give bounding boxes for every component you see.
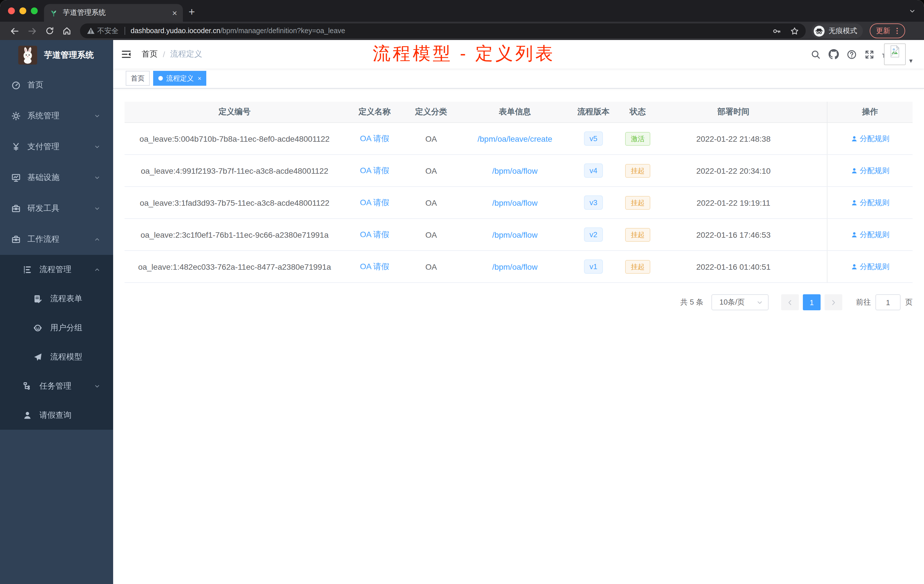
cell-status: 挂起 bbox=[615, 155, 660, 186]
sidebar-item-系统管理[interactable]: 系统管理 bbox=[0, 101, 113, 132]
sidebar-item-label: 任务管理 bbox=[40, 381, 71, 391]
cell-category: OA bbox=[404, 123, 458, 154]
close-window-button[interactable] bbox=[8, 7, 15, 14]
security-label[interactable]: 不安全 bbox=[97, 26, 119, 36]
macos-traffic-lights[interactable] bbox=[8, 7, 38, 14]
sidebar-item-请假查询[interactable]: 请假查询 bbox=[0, 401, 113, 430]
assign-rule-button[interactable]: 分配规则 bbox=[851, 165, 889, 176]
sidebar-logo[interactable]: 芋道管理系统 bbox=[0, 40, 113, 70]
reload-icon[interactable] bbox=[45, 26, 54, 35]
cell-version: v4 bbox=[572, 155, 615, 186]
sidebar-item-支付管理[interactable]: 支付管理 bbox=[0, 132, 113, 162]
sidebar-item-label: 流程管理 bbox=[40, 264, 71, 275]
sidebar-item-研发工具[interactable]: 研发工具 bbox=[0, 193, 113, 224]
sidebar-item-任务管理[interactable]: 任务管理 bbox=[0, 371, 113, 401]
logo-rabbit-image bbox=[18, 45, 37, 64]
breadcrumb-current: 流程定义 bbox=[170, 49, 202, 59]
tab-close-icon[interactable]: × bbox=[172, 8, 177, 17]
status-badge: 激活 bbox=[625, 132, 650, 145]
sidebar-item-流程模型[interactable]: 流程模型 bbox=[0, 342, 113, 371]
assign-rule-button[interactable]: 分配规则 bbox=[851, 134, 889, 144]
tag-首页[interactable]: 首页 bbox=[126, 71, 150, 86]
cell-deploy_time: 2022-01-22 20:34:10 bbox=[660, 155, 806, 186]
goto-page-input[interactable] bbox=[875, 294, 901, 310]
fullscreen-icon[interactable] bbox=[864, 49, 874, 59]
sidebar-item-首页[interactable]: 首页 bbox=[0, 70, 113, 101]
form-icon bbox=[33, 294, 42, 303]
column-header-version: 流程版本 bbox=[572, 102, 615, 122]
browser-update-button[interactable]: 更新 bbox=[870, 23, 905, 38]
assign-rule-button[interactable]: 分配规则 bbox=[851, 261, 889, 272]
status-badge: 挂起 bbox=[625, 196, 650, 210]
bookmark-star-icon[interactable] bbox=[790, 26, 799, 35]
home-icon[interactable] bbox=[62, 26, 71, 35]
definition-name-link[interactable]: OA 请假 bbox=[360, 198, 389, 208]
definition-name-link[interactable]: OA 请假 bbox=[360, 134, 389, 144]
sidebar-item-基础设施[interactable]: 基础设施 bbox=[0, 162, 113, 193]
breadcrumb-separator: / bbox=[163, 50, 165, 59]
cell-deploy_time: 2022-01-16 01:40:51 bbox=[660, 251, 806, 282]
tag-流程定义[interactable]: 流程定义× bbox=[153, 71, 206, 86]
forward-icon[interactable] bbox=[27, 26, 37, 36]
sidebar-item-用户分组[interactable]: 用户分组 bbox=[0, 313, 113, 342]
header-spacer bbox=[806, 102, 827, 122]
form-link[interactable]: /bpm/oa/flow bbox=[492, 198, 538, 207]
form-link[interactable]: /bpm/oa/leave/create bbox=[477, 134, 552, 143]
cell-name: OA 请假 bbox=[345, 123, 404, 154]
cell-id: oa_leave:5:004b710b-7b8a-11ec-8ef0-acde4… bbox=[125, 123, 345, 154]
form-link[interactable]: /bpm/oa/flow bbox=[492, 262, 538, 271]
cell-spacer bbox=[806, 187, 827, 218]
github-icon[interactable] bbox=[828, 49, 838, 59]
maximize-window-button[interactable] bbox=[31, 7, 38, 14]
assign-rule-button[interactable]: 分配规则 bbox=[851, 229, 889, 240]
cell-action: 分配规则 bbox=[827, 251, 912, 282]
cell-name: OA 请假 bbox=[345, 187, 404, 218]
sidebar-item-label: 用户分组 bbox=[50, 323, 82, 333]
sidebar-item-流程表单[interactable]: 流程表单 bbox=[0, 284, 113, 313]
sidebar-item-label: 系统管理 bbox=[27, 111, 59, 121]
browser-tab[interactable]: 芋道管理系统 × bbox=[44, 4, 183, 22]
page-number-button[interactable]: 1 bbox=[803, 294, 820, 310]
security-warning-icon[interactable] bbox=[87, 27, 95, 35]
sidebar-item-label: 支付管理 bbox=[27, 142, 59, 152]
tab-search-chevron-icon[interactable] bbox=[909, 7, 916, 15]
password-key-icon[interactable] bbox=[772, 26, 781, 35]
cell-form: /bpm/oa/flow bbox=[458, 219, 572, 250]
sidebar-item-label: 流程模型 bbox=[50, 352, 82, 362]
chevron-down-icon bbox=[94, 205, 101, 212]
version-badge: v4 bbox=[584, 163, 603, 178]
breadcrumb-home[interactable]: 首页 bbox=[142, 49, 158, 59]
menu-dots-icon[interactable] bbox=[893, 27, 901, 35]
url-text[interactable]: dashboard.yudao.iocoder.cn/bpm/manager/d… bbox=[130, 27, 767, 35]
toolbox-icon bbox=[12, 204, 21, 213]
assign-rule-button[interactable]: 分配规则 bbox=[851, 198, 889, 208]
dashboard-icon bbox=[12, 81, 21, 90]
help-icon[interactable] bbox=[846, 49, 856, 59]
minimize-window-button[interactable] bbox=[20, 7, 26, 14]
table-row: oa_leave:3:1fad3d93-7b75-11ec-a3c8-acde4… bbox=[125, 187, 912, 219]
tag-close-icon[interactable]: × bbox=[198, 75, 201, 81]
sidebar-item-流程管理[interactable]: 流程管理 bbox=[0, 255, 113, 284]
cell-action: 分配规则 bbox=[827, 187, 912, 218]
status-badge: 挂起 bbox=[625, 164, 650, 177]
user-dropdown[interactable]: ▼ bbox=[884, 43, 914, 65]
user-icon bbox=[23, 411, 32, 420]
form-link[interactable]: /bpm/oa/flow bbox=[492, 166, 538, 175]
definition-name-link[interactable]: OA 请假 bbox=[360, 261, 389, 272]
next-page-button[interactable] bbox=[825, 294, 842, 310]
definition-name-link[interactable]: OA 请假 bbox=[360, 165, 389, 176]
new-tab-button[interactable]: + bbox=[188, 6, 195, 17]
cell-category: OA bbox=[404, 251, 458, 282]
prev-page-button[interactable] bbox=[781, 294, 799, 310]
page-size-select[interactable]: 10条/页 bbox=[711, 294, 769, 310]
sidebar-fold-icon[interactable] bbox=[119, 47, 134, 62]
definition-name-link[interactable]: OA 请假 bbox=[360, 229, 389, 240]
url-bar[interactable]: 不安全 dashboard.yudao.iocoder.cn/bpm/manag… bbox=[80, 23, 806, 38]
cell-version: v1 bbox=[572, 251, 615, 282]
avatar[interactable] bbox=[884, 43, 906, 65]
form-link[interactable]: /bpm/oa/flow bbox=[492, 230, 538, 239]
sidebar-item-工作流程[interactable]: 工作流程 bbox=[0, 224, 113, 255]
tag-label: 流程定义 bbox=[166, 73, 194, 83]
back-icon[interactable] bbox=[10, 26, 20, 36]
search-icon[interactable] bbox=[810, 49, 820, 59]
